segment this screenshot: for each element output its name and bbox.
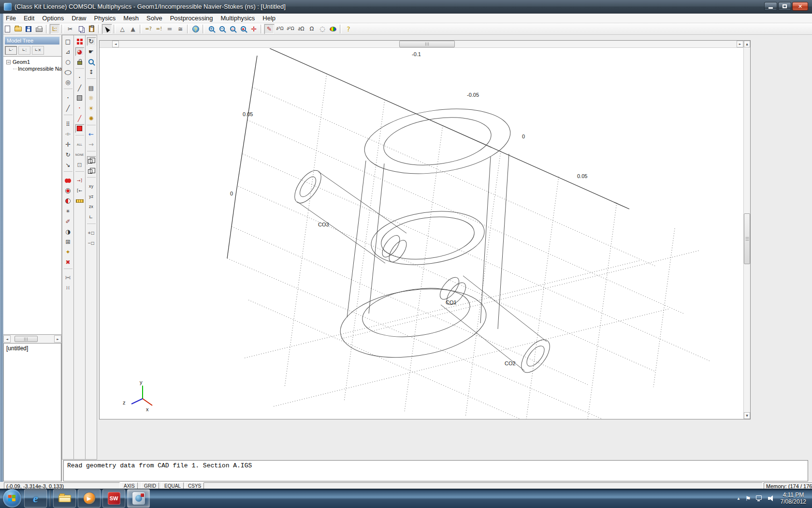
decrease-frame[interactable]: −□: [87, 239, 96, 248]
solver-parameters[interactable]: =?: [143, 24, 154, 34]
selection-box[interactable]: ⊡: [75, 160, 85, 169]
print[interactable]: [34, 24, 44, 34]
select-all[interactable]: ALL: [75, 140, 85, 149]
point[interactable]: ·: [63, 93, 73, 103]
taskbar-media-player[interactable]: [78, 489, 101, 508]
pan[interactable]: ✛: [248, 24, 259, 34]
taskbar-internet-explorer[interactable]: [24, 489, 47, 508]
menu-file[interactable]: File: [2, 14, 20, 23]
dolly-zoom[interactable]: ↕: [87, 67, 96, 76]
create-pair[interactable]: ]↔[: [63, 273, 73, 283]
scroll-right-icon[interactable]: ►: [54, 335, 61, 343]
cut[interactable]: ✂: [65, 24, 75, 34]
taskbar-clock[interactable]: 4:11 PM 7/08/2012: [781, 492, 806, 505]
block[interactable]: □: [63, 37, 73, 46]
select[interactable]: [102, 24, 112, 34]
postprocessing-mode[interactable]: [328, 24, 338, 34]
view-yz[interactable]: yz: [87, 192, 96, 201]
maximize-button[interactable]: [778, 2, 791, 11]
subdomain-mode[interactable]: Ω: [306, 24, 317, 34]
intersection[interactable]: [63, 186, 73, 195]
lock-selection[interactable]: [75, 57, 85, 66]
increase-frame[interactable]: +□: [87, 228, 96, 238]
delete[interactable]: ✖: [63, 257, 73, 267]
rotate[interactable]: ↻: [63, 150, 73, 159]
taskbar-solidworks[interactable]: [102, 489, 125, 508]
menu-solve[interactable]: Solve: [143, 14, 166, 23]
split-object[interactable]: ✐: [63, 217, 73, 226]
scroll-left-icon[interactable]: ◄: [3, 335, 11, 343]
zoom-in[interactable]: [206, 24, 217, 34]
update-model[interactable]: ≅: [175, 24, 186, 34]
action-center-icon[interactable]: ⚑: [745, 495, 751, 502]
measure[interactable]: [75, 196, 85, 206]
paste[interactable]: [86, 24, 97, 34]
pan-view[interactable]: ☛: [87, 47, 96, 56]
ellipsoid[interactable]: ○: [63, 67, 73, 76]
torus[interactable]: ◎: [63, 77, 73, 87]
union[interactable]: [63, 176, 73, 185]
move[interactable]: ✛: [63, 140, 73, 149]
scrollbar-thumb[interactable]: [14, 336, 38, 342]
draw-mode[interactable]: ✎: [264, 24, 275, 34]
orthographic-projection[interactable]: [87, 166, 96, 175]
plot-parameters[interactable]: [190, 24, 201, 34]
menu-multiphysics[interactable]: Multiphysics: [217, 14, 259, 23]
geometry-view[interactable]: -0.1-0.0500.050.050CO3CO1CO2yxz: [100, 48, 743, 419]
zoom-out[interactable]: [217, 24, 227, 34]
model-tree-toggle[interactable]: Ŀ:: [49, 24, 60, 34]
cone[interactable]: ⊿: [63, 47, 73, 56]
line[interactable]: ╱: [63, 104, 73, 113]
menu-mesh[interactable]: Mesh: [119, 14, 143, 23]
minimize-button[interactable]: [764, 2, 777, 11]
rotate-view[interactable]: ↻: [87, 37, 96, 46]
initialize-mesh[interactable]: △: [117, 24, 128, 34]
scale[interactable]: ↘: [63, 160, 73, 169]
check-geometry[interactable]: ✦: [63, 247, 73, 256]
zoom-window[interactable]: [227, 24, 238, 34]
close-button[interactable]: ✕: [792, 2, 808, 11]
highlight-face[interactable]: [75, 124, 85, 133]
volume-icon[interactable]: [768, 495, 776, 501]
message-log[interactable]: Read geometry data from CAD file 1. Sect…: [63, 460, 808, 481]
light-settings[interactable]: ☼: [87, 93, 96, 103]
taskbar-comsol[interactable]: [127, 489, 150, 508]
highlight-edge[interactable]: ╱: [75, 114, 85, 123]
tree-item-incompressible-ns[interactable]: Incompressible Na: [6, 65, 61, 72]
show-vertices[interactable]: ·: [75, 73, 85, 82]
sphere[interactable]: ○: [63, 57, 73, 66]
view-zx[interactable]: zx: [87, 202, 96, 211]
start-button[interactable]: [3, 489, 21, 508]
show-faces[interactable]: [75, 93, 85, 103]
scrollbar-thumb[interactable]: [744, 213, 750, 264]
mesh-mode[interactable]: ◌: [317, 24, 328, 34]
edge-mode[interactable]: ∂²Ω: [285, 24, 296, 34]
canvas-hscrollbar[interactable]: ◄ ►: [112, 41, 743, 48]
headlight[interactable]: ☀: [87, 104, 96, 113]
menu-postprocessing[interactable]: Postprocessing: [166, 14, 217, 23]
tree-item-geom1[interactable]: Geom1: [6, 59, 61, 65]
select-objects[interactable]: [75, 37, 85, 46]
model-list-item[interactable]: [untitled]: [6, 345, 28, 352]
array[interactable]: ⠿: [63, 120, 73, 129]
zoom-view[interactable]: [87, 57, 96, 66]
compose[interactable]: ⊞: [63, 237, 73, 246]
open-file[interactable]: [13, 24, 23, 34]
enter-geometry[interactable]: →]: [75, 176, 85, 185]
scene-light[interactable]: ✺: [87, 114, 96, 123]
default-3d-view[interactable]: ∟: [87, 212, 96, 222]
restart-solver[interactable]: =!: [154, 24, 164, 34]
network-icon[interactable]: [756, 495, 763, 501]
view-xy[interactable]: xy: [87, 182, 96, 191]
scrollbar-thumb[interactable]: [399, 41, 455, 47]
rotate-selection[interactable]: ◕: [75, 47, 85, 56]
scroll-right-icon[interactable]: ►: [737, 41, 743, 47]
copy[interactable]: [75, 24, 86, 34]
scroll-down-icon[interactable]: ▼: [744, 412, 750, 419]
create-identity-pair[interactable]: ] [: [63, 284, 73, 293]
partition[interactable]: ◑: [63, 227, 73, 236]
tree-view-overview[interactable]: ∟·: [5, 46, 17, 55]
scroll-left-icon[interactable]: ◄: [112, 41, 119, 47]
difference[interactable]: [63, 196, 73, 206]
canvas-vscrollbar[interactable]: ▲ ▼: [743, 41, 750, 419]
